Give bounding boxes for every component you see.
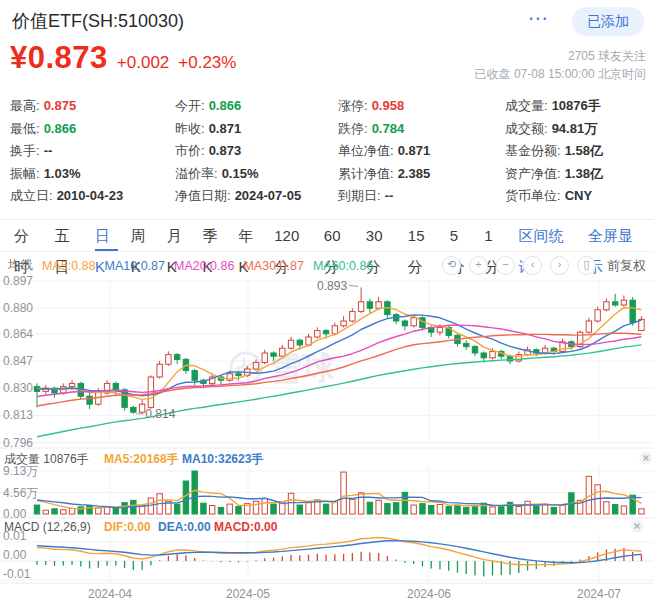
- vol-axis-label: 0.00: [3, 507, 27, 521]
- x-axis-label: 2024-04: [88, 587, 132, 601]
- candle[interactable]: [341, 321, 346, 326]
- volume-bar: [323, 504, 328, 514]
- phone-icon[interactable]: ▯: [577, 256, 596, 275]
- tab-分时[interactable]: 分时: [14, 220, 41, 251]
- volume-bar: [201, 503, 206, 514]
- tab-日K[interactable]: 日K: [95, 220, 118, 251]
- volume-bar: [288, 493, 293, 514]
- tab-60分[interactable]: 60分: [324, 220, 353, 251]
- volume-bar: [113, 508, 118, 514]
- tab-季K[interactable]: 季K: [203, 220, 226, 251]
- candle[interactable]: [402, 321, 407, 326]
- x-axis-label: 2024-07: [577, 587, 621, 601]
- grid-lines: [0, 281, 654, 582]
- candle[interactable]: [604, 302, 609, 310]
- tab-15分[interactable]: 15分: [408, 220, 437, 251]
- link-区间统计[interactable]: 区间统计: [519, 220, 573, 251]
- added-button[interactable]: 已添加: [572, 7, 644, 36]
- candle[interactable]: [621, 300, 626, 305]
- candle[interactable]: [174, 355, 179, 360]
- tab-周K[interactable]: 周K: [131, 220, 154, 251]
- candle[interactable]: [157, 364, 162, 377]
- candle[interactable]: [323, 331, 328, 334]
- stat-value: 0.871: [398, 143, 431, 158]
- candle[interactable]: [113, 383, 118, 389]
- more-menu-icon[interactable]: ⋯: [528, 6, 548, 30]
- stat-成交额: 成交额:94.81万: [505, 120, 650, 143]
- tab-年K[interactable]: 年K: [238, 220, 261, 251]
- candle[interactable]: [297, 340, 302, 345]
- volume-bar: [52, 509, 57, 514]
- kline-chart[interactable]: 2024-042024-052024-062024-07雪球0.8970.880…: [0, 276, 654, 607]
- macd-value-label: MACD:0.00: [214, 520, 278, 534]
- candle[interactable]: [586, 321, 591, 332]
- volume-bar: [262, 498, 267, 514]
- legend-MA30: MA30:0.87: [243, 259, 303, 273]
- close-macd-pane-icon[interactable]: [631, 520, 644, 533]
- volume-bar: [210, 506, 215, 514]
- candle[interactable]: [131, 407, 136, 412]
- quote-meta: 2705 球友关注 已收盘 07-08 15:00:00 北京时间: [475, 47, 646, 83]
- volume-pane[interactable]: 9.13万4.56万0.00成交量 10876手MA5:20168手MA10:3…: [0, 452, 654, 522]
- tab-30分[interactable]: 30分: [366, 220, 395, 251]
- stat-label: 成交量:: [505, 98, 548, 113]
- tab-月K[interactable]: 月K: [167, 220, 190, 251]
- candle[interactable]: [376, 302, 381, 308]
- volume-bar: [34, 505, 39, 514]
- tab-1分[interactable]: 1分: [484, 220, 505, 251]
- tab-5分[interactable]: 5分: [450, 220, 471, 251]
- candle[interactable]: [350, 311, 355, 321]
- candle[interactable]: [630, 300, 635, 322]
- stat-成立日: 成立日:2010-04-23: [10, 187, 175, 210]
- stat-label: 溢价率:: [175, 166, 218, 181]
- link-全屏显示[interactable]: 全屏显示: [588, 220, 642, 251]
- candle[interactable]: [595, 310, 600, 321]
- candle[interactable]: [139, 404, 144, 412]
- candle[interactable]: [367, 302, 372, 308]
- candle[interactable]: [464, 343, 469, 346]
- candle[interactable]: [411, 318, 416, 326]
- candle[interactable]: [271, 353, 276, 356]
- macd-pane[interactable]: 0.010.00-0.01MACD (12,26,9)DIF:0.00DEA:0…: [0, 520, 654, 582]
- reset-icon[interactable]: ⟲: [442, 256, 461, 275]
- pan-left-icon[interactable]: ‹: [523, 256, 542, 275]
- candle[interactable]: [166, 355, 171, 365]
- tab-五日[interactable]: 五日: [54, 220, 81, 251]
- candle[interactable]: [69, 383, 74, 386]
- zoom-out-icon[interactable]: −: [496, 256, 515, 275]
- candle[interactable]: [612, 302, 617, 305]
- stat-value: 0.15%: [222, 166, 259, 181]
- stat-跌停: 跌停:0.784: [338, 120, 505, 143]
- candle[interactable]: [481, 353, 486, 358]
- close-volume-pane-icon[interactable]: [640, 452, 653, 465]
- candle[interactable]: [280, 348, 285, 356]
- stat-货币单位: 货币单位:CNY: [505, 187, 650, 210]
- candle[interactable]: [358, 302, 363, 312]
- candle[interactable]: [262, 353, 267, 363]
- candle[interactable]: [437, 327, 442, 332]
- stat-资产净值: 资产净值:1.38亿: [505, 165, 650, 188]
- zoom-in-icon[interactable]: +: [469, 256, 488, 275]
- volume-bar: [525, 501, 530, 514]
- stat-value: 2024-07-05: [235, 188, 302, 203]
- period-tabs: 分时五日日K周K月K季K年K120分60分30分15分5分1分区间统计全屏显示: [0, 219, 654, 252]
- candle[interactable]: [87, 396, 92, 404]
- candle[interactable]: [236, 374, 241, 376]
- pan-right-icon[interactable]: ›: [550, 256, 569, 275]
- candle[interactable]: [315, 331, 320, 337]
- candle[interactable]: [192, 371, 197, 381]
- candle[interactable]: [472, 347, 477, 353]
- vol-axis-label: 4.56万: [3, 486, 38, 500]
- candle[interactable]: [253, 363, 258, 369]
- candle[interactable]: [288, 340, 293, 348]
- volume-bar: [174, 504, 179, 514]
- adjust-mode-label[interactable]: 前复权: [607, 257, 646, 275]
- volume-bar: [192, 471, 197, 514]
- stat-value: 0.873: [209, 143, 242, 158]
- candle[interactable]: [490, 351, 495, 357]
- stat-换手: 换手:--: [10, 142, 175, 165]
- volume-bar: [420, 504, 425, 514]
- stats-column-3: 涨停:0.958跌停:0.784单位净值:0.871累计净值:2.385到期日:…: [338, 97, 505, 210]
- tab-120分[interactable]: 120分: [274, 220, 311, 251]
- stat-value: 94.81万: [552, 121, 598, 136]
